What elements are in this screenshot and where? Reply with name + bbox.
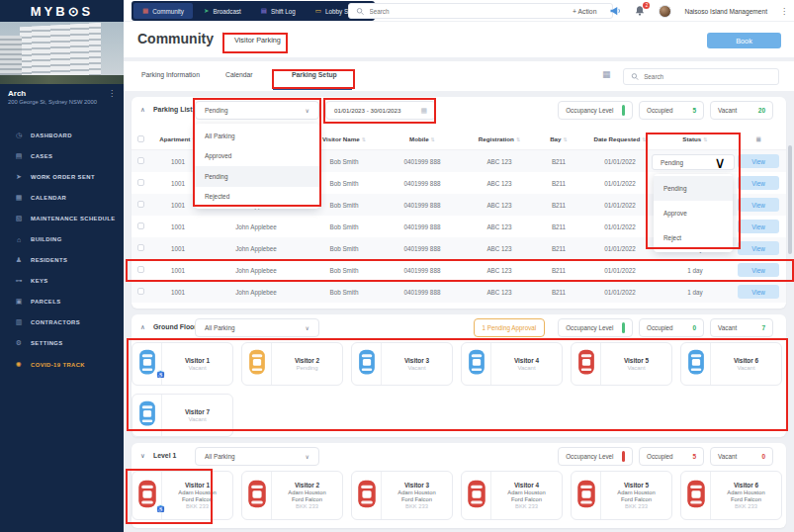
list-search[interactable] [623,68,779,85]
sidebar-item-residents[interactable]: ♟ RESIDENTS [0,249,124,270]
car-icon: ♿ [242,472,272,519]
row-checkbox[interactable] [137,179,144,186]
expand-chevron-icon[interactable]: ∨ [140,452,145,460]
row-checkbox[interactable] [137,266,144,273]
action-button[interactable]: + Action [573,8,596,15]
table-row[interactable]: 1001 John Applebee Bob Smith 0401999 888… [132,281,786,303]
sort-icon[interactable]: ⇅ [362,136,366,142]
cell-action: View [731,154,786,168]
notifications-bell-icon[interactable]: 2 [634,5,646,17]
sort-icon[interactable]: ⇅ [516,136,520,142]
status-select[interactable]: Pending ∨ [652,154,735,170]
tab-parking-information[interactable]: Parking Information [141,71,200,78]
view-button[interactable]: View [738,220,779,233]
sidebar-item-dashboard[interactable]: ◷ DASHBOARD [0,125,124,145]
collapse-chevron-icon[interactable]: ∧ [140,106,145,114]
tab-broadcast[interactable]: ➤ Broadcast [195,3,250,19]
sort-icon[interactable]: ⇅ [564,136,568,142]
sort-icon[interactable]: ⇅ [431,136,435,142]
level-filter-select[interactable]: All Parking ∨ [195,447,319,466]
parking-spot-card[interactable]: ♿ Visitor 5 Adam Houston Ford Falcon BKK… [571,471,672,520]
sidebar-item-settings[interactable]: ⚙ SETTINGS [0,333,124,354]
sidebar-item-contractors[interactable]: ▥ CONTRACTORS [0,312,124,333]
vacant-count: 7 [761,324,765,331]
parking-spot-card[interactable]: ♿ Visitor 1 Vacant [132,342,233,386]
row-checkbox[interactable] [137,244,144,251]
tab-community[interactable]: ▦ Community [133,3,193,19]
chip-label: Occupancy Level [566,453,613,460]
parking-spot-card[interactable]: ♿ Visitor 1 Adam Houston Ford Falcon BKK… [132,471,233,520]
tab-parking-setup[interactable]: Parking Setup [292,71,337,78]
menu-item-approve[interactable]: Approve [654,201,733,225]
search-input[interactable] [370,8,605,15]
sidebar-item-building[interactable]: ⌂ BUILDING [0,229,124,249]
book-button[interactable]: Book [707,33,781,48]
view-button[interactable]: View [738,176,779,190]
parking-spot-card[interactable]: ♿ Visitor 6 Adam Houston Ford Falcon BKK… [680,471,782,520]
collapse-chevron-icon[interactable]: ∧ [140,323,145,331]
sidebar-item-work-order-sent[interactable]: ➤ WORK ORDER SENT [0,166,124,187]
parking-spot-card[interactable]: ♿ Visitor 4 Adam Houston Ford Falcon BKK… [461,471,563,520]
menu-item-all-parking[interactable]: All Parking [195,126,319,146]
menu-item-pending[interactable]: Pending [654,176,733,201]
column-header-registration[interactable]: Registration⇅ [462,135,537,142]
ground-filter-select[interactable]: All Parking ∨ [195,318,319,337]
view-button[interactable]: View [738,241,779,255]
sort-icon[interactable]: ⇅ [703,136,707,142]
active-tab-underline [273,87,352,90]
building-menu-icon[interactable]: ⋮ [108,89,116,98]
parking-spot-card[interactable]: ♿ Visitor 2 Pending [241,342,343,386]
view-button[interactable]: View [738,263,779,277]
menu-item-approved[interactable]: Approved [195,146,319,167]
sidebar-item-parcels[interactable]: ▣ PARCELS [0,292,124,312]
view-button[interactable]: View [738,285,779,299]
cell-registration: ABC 123 [462,223,537,230]
tab-shift-log[interactable]: ▤ Shift Log [252,3,305,19]
menu-item-rejected[interactable]: Rejected [195,187,319,208]
view-button[interactable]: View [738,154,779,168]
parking-spot-card[interactable]: ♿ Visitor 2 Adam Houston Ford Falcon BKK… [241,471,343,520]
parking-spot-card[interactable]: ♿ Visitor 5 Vacant [571,342,672,386]
row-checkbox[interactable] [137,222,144,229]
select-all-cell[interactable] [132,135,149,143]
sidebar-item-cases[interactable]: ▤ CASES [0,145,124,166]
tab-calendar[interactable]: Calendar [225,71,253,78]
menu-item-pending[interactable]: Pending [195,166,319,187]
column-header-date-requested[interactable]: Date Requested⇅ [580,135,660,142]
account-menu-icon[interactable]: ⋮ [780,7,788,16]
user-avatar[interactable] [659,5,671,18]
occupancy-level-chip: Occupancy Level [558,318,633,337]
scrollbar-thumb[interactable] [788,145,792,254]
parking-spot-card[interactable]: ♿ Visitor 6 Vacant [680,342,782,386]
parking-spot-card[interactable]: ♿ Visitor 4 Vacant [461,342,563,386]
column-settings-icon[interactable]: ≣ [731,135,786,143]
cell-registration: ABC 123 [462,267,537,274]
date-range-picker[interactable]: 01/01/2023 - 30/01/2023 ▦ [325,101,436,120]
pending-approval-badge[interactable]: 1 Pending Approval [474,318,546,337]
row-checkbox[interactable] [137,157,144,164]
select-all-checkbox[interactable] [137,135,144,142]
sidebar-item-calendar[interactable]: ▦ CALENDAR [0,188,124,209]
column-header-mobile[interactable]: Mobile⇅ [383,135,462,142]
parking-spot-card[interactable]: ♿ Visitor 3 Adam Houston Ford Falcon BKK… [351,471,453,520]
sidebar-item-maintenance-schedule[interactable]: ▧ MAINTENANCE SCHEDULE [0,209,124,229]
sidebar-item-keys[interactable]: ⊶ KEYS [0,270,124,291]
menu-item-reject[interactable]: Reject [654,225,733,250]
view-button[interactable]: View [738,198,779,212]
column-header-status[interactable]: Status⇅ [660,135,731,142]
row-checkbox[interactable] [137,288,144,295]
table-row[interactable]: 1001 John Applebee Bob Smith 0401999 888… [132,259,786,281]
search-input[interactable] [644,73,771,80]
column-header-bay[interactable]: Bay⇅ [537,135,580,142]
parking-filter-select[interactable]: Pending ∨ [195,101,319,120]
grid-view-icon[interactable]: ▦ [602,69,611,79]
parking-spot-card[interactable]: ♿ Visitor 3 Vacant [351,342,453,386]
row-checkbox[interactable] [137,201,144,208]
sort-icon[interactable]: ⇅ [642,136,646,142]
announcement-icon[interactable] [609,5,621,17]
parking-spot-card[interactable]: ♿ Visitor 7 Vacant [132,394,233,437]
cell-mobile: 0401999 888 [383,158,462,165]
sidebar-item-covid-19-track[interactable]: ✺ COVID-19 TRACK [0,354,124,375]
parking-filter-menu: All Parking Approved Pending Rejected [195,124,319,209]
car-icon: ♿ [572,472,601,519]
